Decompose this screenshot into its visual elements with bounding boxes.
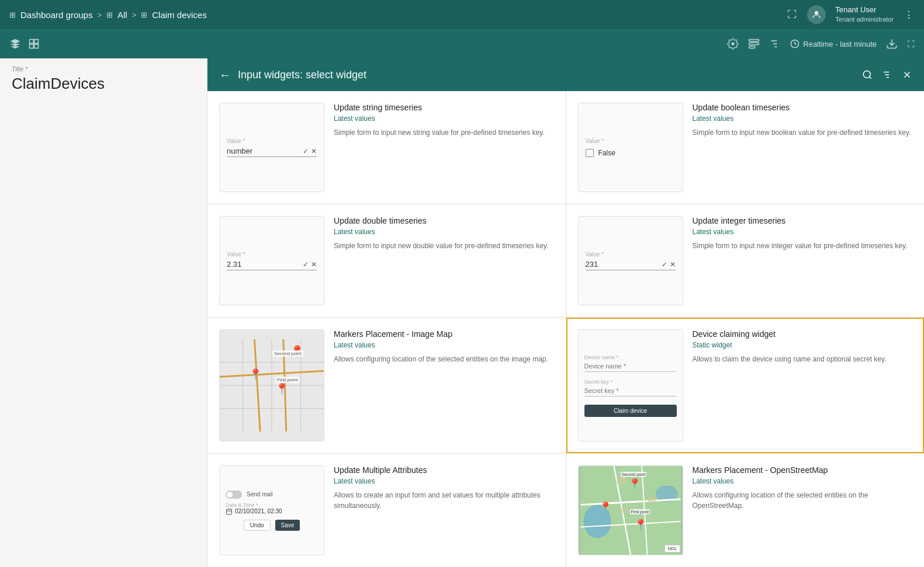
widget-card-update-integer[interactable]: Value * 231 ✓ ✕ Update integer timeserie…: [566, 204, 925, 317]
svg-rect-4: [34, 44, 39, 48]
download-icon[interactable]: [886, 38, 898, 50]
widget-preview-markers-osm: 📍 📍 📍 Second point First point NDL: [578, 465, 683, 555]
widget-category: Static widget: [693, 341, 913, 349]
widget-desc: Allows configuring location of the selec…: [334, 354, 554, 364]
breadcrumb-dashboard-groups[interactable]: Dashboard groups: [20, 10, 92, 20]
breadcrumb-all[interactable]: All: [117, 10, 127, 20]
widget-sidebar: Title * ClaimDevices: [0, 58, 207, 567]
widget-card-markers-image[interactable]: 📍 📍 📍 Second point First point Markers P…: [207, 318, 566, 453]
svg-rect-41: [620, 507, 628, 513]
breadcrumb-sep2: >: [132, 11, 137, 19]
svg-rect-5: [749, 40, 759, 41]
device-name-input[interactable]: [584, 361, 677, 372]
dialog-title-area: ← Input widgets: select widget: [219, 68, 366, 82]
boolean-checkbox: [586, 149, 594, 157]
widget-desc: Allows to create an input form and set v…: [334, 490, 554, 511]
svg-line-14: [869, 76, 871, 78]
widget-info-update-integer: Update integer timeseries Latest values …: [693, 216, 913, 305]
widget-name: Device claiming widget: [693, 329, 913, 339]
widget-name: Update integer timeseries: [693, 216, 913, 225]
svg-rect-6: [749, 43, 759, 44]
dashboard-icon[interactable]: [28, 38, 40, 50]
close-icon[interactable]: [902, 69, 912, 80]
widget-grid: Value * number ✓ ✕ Update string timeser…: [207, 91, 924, 567]
back-button[interactable]: ←: [219, 68, 231, 82]
widget-name: Update string timeseries: [334, 103, 554, 112]
top-navigation: ⊞ Dashboard groups > ⊞ All > ⊞ Claim dev…: [0, 0, 924, 29]
widget-name: Update boolean timeseries: [693, 103, 913, 112]
claim-icon: ⊞: [141, 11, 147, 19]
save-button[interactable]: Save: [275, 520, 300, 531]
widget-card-update-boolean[interactable]: Value * False Update boolean timeseries …: [566, 91, 925, 204]
widget-card-update-multiple[interactable]: Send mail Date & Time * 02/10/2021, 02:3…: [207, 454, 566, 567]
undo-button[interactable]: Undo: [244, 520, 271, 531]
widget-category: Latest values: [334, 114, 554, 123]
breadcrumb: ⊞ Dashboard groups > ⊞ All > ⊞ Claim dev…: [9, 10, 207, 20]
widget-info-update-double: Update double timeseries Latest values S…: [334, 216, 554, 305]
widget-category: Latest values: [334, 477, 554, 485]
widget-info-update-multiple: Update Multiple Attributes Latest values…: [334, 465, 554, 555]
svg-rect-7: [749, 46, 755, 48]
widget-preview-update-double: Value * 2.31 ✓ ✕: [219, 216, 324, 305]
breadcrumb-sep1: >: [97, 11, 102, 19]
widget-category: Latest values: [693, 228, 913, 236]
svg-point-13: [863, 71, 870, 78]
widget-desc: Allows to claim the device using name an…: [693, 354, 913, 364]
search-icon[interactable]: [862, 69, 873, 80]
svg-rect-2: [34, 40, 39, 44]
layers-icon[interactable]: [9, 38, 21, 50]
entity-aliases-icon[interactable]: [748, 38, 760, 50]
widget-name: Update double timeseries: [334, 216, 554, 225]
widget-card-markers-osm[interactable]: 📍 📍 📍 Second point First point NDL Marke…: [566, 454, 925, 567]
widget-category: Latest values: [693, 114, 913, 123]
update-multiple-preview: Send mail Date & Time * 02/10/2021, 02:3…: [220, 485, 324, 537]
apps-icon: ⊞: [9, 11, 16, 19]
breadcrumb-claim[interactable]: Claim devices: [152, 10, 206, 20]
toggle-switch: [226, 491, 242, 499]
user-info: Tenant User Tenant administrator: [835, 5, 894, 23]
widget-name: Update Multiple Attributes: [334, 465, 554, 475]
expand-icon[interactable]: ⛶: [907, 40, 915, 48]
widget-category: Latest values: [334, 341, 554, 349]
widget-desc: Simple form to input new string value fo…: [334, 127, 554, 138]
dashboard-toolbar: Realtime - last minute ⛶: [0, 29, 924, 58]
widget-card-update-string[interactable]: Value * number ✓ ✕ Update string timeser…: [207, 91, 566, 204]
widget-desc: Simple form to input new double value fo…: [334, 241, 554, 251]
all-icon: ⊞: [106, 11, 113, 19]
sidebar-title-label: Title *: [12, 65, 195, 72]
toolbar-right: Realtime - last minute ⛶: [727, 38, 915, 50]
more-vert-icon[interactable]: ⋮: [903, 9, 915, 20]
widget-preview-device-claiming: Device name * Secret key * Claim device: [578, 329, 683, 441]
settings-icon[interactable]: [727, 38, 739, 50]
widget-preview-update-string: Value * number ✓ ✕: [219, 103, 324, 192]
widget-desc: Simple form to input new integer value f…: [693, 241, 913, 251]
widget-info-update-boolean: Update boolean timeseries Latest values …: [693, 103, 913, 192]
widget-card-device-claiming[interactable]: Device name * Secret key * Claim device …: [566, 318, 925, 453]
fullscreen-icon[interactable]: ⛶: [786, 9, 798, 20]
secret-key-input[interactable]: [584, 385, 677, 396]
claim-device-button[interactable]: Claim device: [584, 405, 677, 417]
user-role: Tenant administrator: [835, 15, 894, 23]
svg-rect-29: [227, 509, 232, 514]
widget-desc: Allows configuring location of the selec…: [693, 490, 913, 511]
svg-rect-1: [30, 40, 34, 44]
svg-rect-42: [647, 496, 655, 502]
sidebar-title-value: ClaimDevices: [12, 75, 195, 93]
osm-map-preview: 📍 📍 📍 Second point First point NDL: [579, 466, 683, 555]
filters-icon[interactable]: [769, 38, 781, 50]
widget-category: Latest values: [693, 477, 913, 485]
widget-preview-update-multiple: Send mail Date & Time * 02/10/2021, 02:3…: [219, 465, 324, 555]
nav-right-area: ⛶ Tenant User Tenant administrator ⋮: [786, 5, 915, 24]
widget-name: Markers Placement - Image Map: [334, 329, 554, 339]
widget-info-device-claiming: Device claiming widget Static widget All…: [693, 329, 913, 441]
claim-device-preview: Device name * Secret key * Claim device: [579, 349, 683, 423]
widget-preview-update-boolean: Value * False: [578, 103, 683, 192]
filter-icon[interactable]: [882, 69, 892, 80]
widget-category: Latest values: [334, 228, 554, 236]
widget-info-update-string: Update string timeseries Latest values S…: [334, 103, 554, 192]
avatar[interactable]: [807, 5, 826, 24]
svg-point-0: [815, 11, 818, 15]
realtime-indicator[interactable]: Realtime - last minute: [790, 39, 877, 48]
widget-card-update-double[interactable]: Value * 2.31 ✓ ✕ Update double timeserie…: [207, 204, 566, 317]
toolbar-left: [9, 38, 40, 50]
